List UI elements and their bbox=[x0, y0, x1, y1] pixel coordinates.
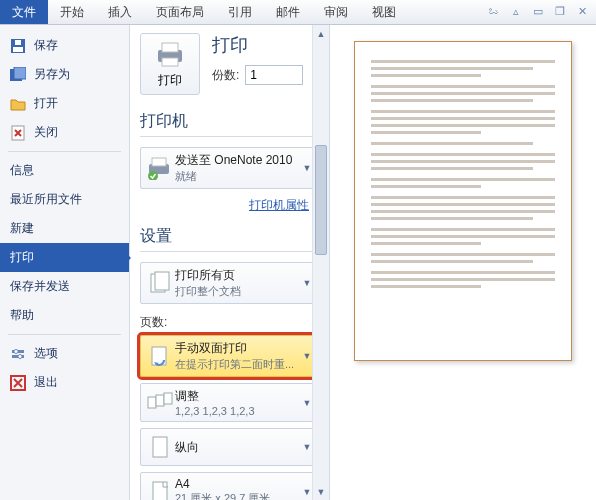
copies-label: 份数: bbox=[212, 67, 239, 84]
svg-rect-12 bbox=[162, 43, 178, 52]
paper-size-selector[interactable]: A421 厘米 x 29.7 厘米 ▼ bbox=[140, 472, 319, 500]
copies-input[interactable] bbox=[245, 65, 303, 85]
sidebar-exit[interactable]: 退出 bbox=[0, 368, 129, 397]
restore-icon[interactable]: ❐ bbox=[552, 3, 568, 19]
print-title: 打印 bbox=[212, 33, 303, 57]
tab-layout[interactable]: 页面布局 bbox=[144, 0, 216, 24]
label: 关闭 bbox=[34, 124, 58, 141]
label: 打开 bbox=[34, 95, 58, 112]
saveas-icon bbox=[10, 67, 26, 83]
svg-rect-22 bbox=[164, 393, 172, 404]
label: 另存为 bbox=[34, 66, 70, 83]
label: 手动双面打印 bbox=[175, 340, 300, 357]
printer-status: 就绪 bbox=[175, 169, 300, 184]
tab-review[interactable]: 审阅 bbox=[312, 0, 360, 24]
printer-properties-link[interactable]: 打印机属性 bbox=[130, 197, 329, 220]
label: 信息 bbox=[10, 162, 34, 179]
sidebar-options[interactable]: 选项 bbox=[0, 339, 129, 368]
paper-icon bbox=[145, 478, 175, 501]
sidebar-save-send[interactable]: 保存并发送 bbox=[0, 272, 129, 301]
scroll-up-icon[interactable]: ▲ bbox=[313, 25, 329, 42]
close-icon[interactable]: ✕ bbox=[574, 3, 590, 19]
svg-rect-23 bbox=[153, 437, 167, 457]
print-button[interactable]: 打印 bbox=[140, 33, 200, 95]
duplex-selector[interactable]: 手动双面打印在提示打印第二面时重... ▼ bbox=[140, 335, 319, 377]
settings-scrollbar[interactable]: ▲ ▼ bbox=[312, 25, 329, 500]
print-range-selector[interactable]: 打印所有页打印整个文档 ▼ bbox=[140, 262, 319, 304]
exit-icon bbox=[10, 375, 26, 391]
ribbon: 文件 开始 插入 页面布局 引用 邮件 审阅 视图 ಒ ▵ ▭ ❐ ✕ bbox=[0, 0, 596, 25]
sidebar-save[interactable]: 保存 bbox=[0, 31, 129, 60]
open-icon bbox=[10, 96, 26, 112]
svg-rect-20 bbox=[148, 397, 156, 408]
svg-point-8 bbox=[14, 349, 18, 353]
label: 保存并发送 bbox=[10, 278, 70, 295]
tab-file[interactable]: 文件 bbox=[0, 0, 48, 24]
svg-rect-15 bbox=[152, 158, 166, 166]
sidebar-new[interactable]: 新建 bbox=[0, 214, 129, 243]
options-icon bbox=[10, 346, 26, 362]
svg-rect-4 bbox=[14, 67, 26, 79]
collate-selector[interactable]: 调整1,2,3 1,2,3 1,2,3 ▼ bbox=[140, 383, 319, 422]
print-preview bbox=[330, 25, 596, 500]
tab-mail[interactable]: 邮件 bbox=[264, 0, 312, 24]
close-file-icon bbox=[10, 125, 26, 141]
preview-page bbox=[354, 41, 572, 361]
duplex-icon bbox=[145, 342, 175, 370]
pages-field-label: 页数: bbox=[130, 312, 329, 333]
sublabel: 1,2,3 1,2,3 1,2,3 bbox=[175, 405, 300, 417]
sidebar-saveas[interactable]: 另存为 bbox=[0, 60, 129, 89]
printer-name: 发送至 OneNote 2010 bbox=[175, 152, 300, 169]
svg-rect-21 bbox=[156, 395, 164, 406]
label: 调整 bbox=[175, 388, 300, 405]
backstage-sidebar: 保存 另存为 打开 关闭 信息 最近所用文件 新建 打印 保存并发送 帮助 选项… bbox=[0, 25, 130, 500]
sublabel: 21 厘米 x 29.7 厘米 bbox=[175, 491, 300, 500]
tab-home[interactable]: 开始 bbox=[48, 0, 96, 24]
label: 打印所有页 bbox=[175, 267, 300, 284]
svg-rect-18 bbox=[155, 272, 169, 290]
sidebar-open[interactable]: 打开 bbox=[0, 89, 129, 118]
label: 选项 bbox=[34, 345, 58, 362]
printer-selector[interactable]: 发送至 OneNote 2010就绪 ▼ bbox=[140, 147, 319, 189]
collate-icon bbox=[145, 389, 175, 417]
svg-rect-2 bbox=[15, 40, 21, 45]
settings-section-title: 设置 bbox=[140, 222, 319, 252]
label: 最近所用文件 bbox=[10, 191, 82, 208]
sidebar-help[interactable]: 帮助 bbox=[0, 301, 129, 330]
print-settings-panel: 打印 打印 份数: 打印机 发送至 OneNote 2010就绪 ▼ 打印机属性… bbox=[130, 25, 330, 500]
label: 新建 bbox=[10, 220, 34, 237]
sidebar-close[interactable]: 关闭 bbox=[0, 118, 129, 147]
sidebar-recent[interactable]: 最近所用文件 bbox=[0, 185, 129, 214]
save-icon bbox=[10, 38, 26, 54]
printer-icon bbox=[154, 40, 186, 68]
label: 纵向 bbox=[175, 439, 300, 456]
orientation-selector[interactable]: 纵向 ▼ bbox=[140, 428, 319, 466]
sidebar-info[interactable]: 信息 bbox=[0, 156, 129, 185]
svg-rect-24 bbox=[153, 482, 167, 501]
window-controls: ಒ ▵ ▭ ❐ ✕ bbox=[486, 3, 590, 19]
scroll-down-icon[interactable]: ▼ bbox=[313, 483, 329, 500]
label: A4 bbox=[175, 477, 300, 491]
label: 保存 bbox=[34, 37, 58, 54]
label: 打印 bbox=[10, 249, 34, 266]
tab-view[interactable]: 视图 bbox=[360, 0, 408, 24]
svg-point-9 bbox=[18, 354, 22, 358]
sidebar-print[interactable]: 打印 bbox=[0, 243, 129, 272]
svg-rect-1 bbox=[13, 47, 23, 52]
svg-rect-13 bbox=[162, 58, 178, 66]
pages-icon bbox=[145, 269, 175, 297]
portrait-icon bbox=[145, 433, 175, 461]
ribbon-toggle-icon[interactable]: ▵ bbox=[508, 3, 524, 19]
help-icon[interactable]: ಒ bbox=[486, 3, 502, 19]
label: 退出 bbox=[34, 374, 58, 391]
label: 打印 bbox=[158, 72, 182, 89]
label: 帮助 bbox=[10, 307, 34, 324]
sublabel: 打印整个文档 bbox=[175, 284, 300, 299]
minimize-icon[interactable]: ▭ bbox=[530, 3, 546, 19]
printer-status-icon bbox=[145, 154, 175, 182]
scroll-thumb[interactable] bbox=[315, 145, 327, 255]
printer-section-title: 打印机 bbox=[140, 107, 319, 137]
tab-insert[interactable]: 插入 bbox=[96, 0, 144, 24]
sublabel: 在提示打印第二面时重... bbox=[175, 357, 300, 372]
tab-references[interactable]: 引用 bbox=[216, 0, 264, 24]
